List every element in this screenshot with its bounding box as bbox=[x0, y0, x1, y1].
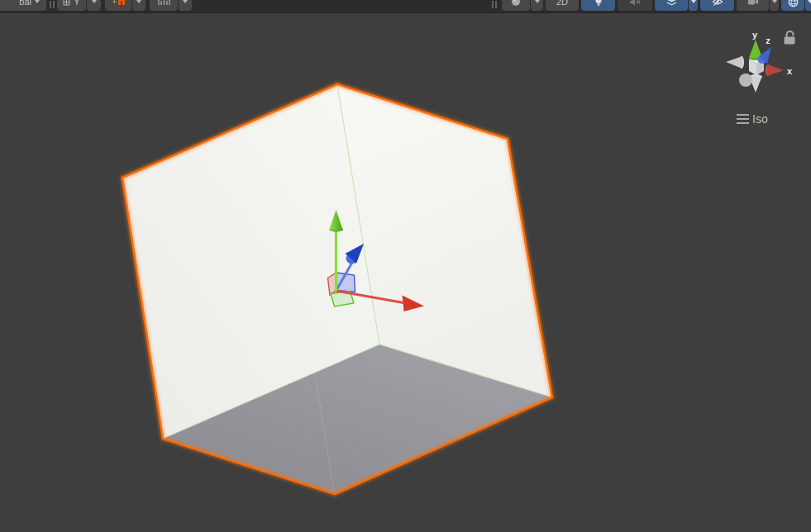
audio-toggle[interactable] bbox=[618, 0, 652, 11]
scene-viewport[interactable]: y z x bbox=[0, 0, 811, 532]
grid-snap-toggle[interactable] bbox=[105, 0, 131, 11]
caret-down-icon bbox=[691, 0, 696, 3]
caret-down-icon bbox=[92, 0, 97, 3]
grid-axis-label: Y bbox=[74, 0, 79, 11]
menu-icon bbox=[737, 114, 749, 124]
draw-mode-button[interactable] bbox=[502, 0, 530, 11]
camera-icon bbox=[747, 0, 759, 6]
handle-orientation-dropdown[interactable]: bal bbox=[0, 0, 46, 11]
caret-down-icon bbox=[136, 0, 141, 3]
caret-down-icon bbox=[772, 0, 777, 3]
orientation-label: bal bbox=[19, 0, 31, 11]
grid-plane-icon bbox=[63, 0, 70, 6]
speaker-muted-icon bbox=[629, 0, 641, 7]
caret-down-icon bbox=[35, 0, 40, 3]
lightbulb-icon bbox=[594, 0, 603, 7]
snap-increment-button[interactable] bbox=[150, 0, 178, 11]
gizmo-label-y[interactable]: y bbox=[752, 30, 758, 40]
draw-mode-dropdown[interactable] bbox=[531, 0, 543, 11]
projection-toggle[interactable]: Iso bbox=[737, 112, 768, 126]
scene-visibility-toggle[interactable] bbox=[700, 0, 734, 11]
scene-toolbar: bal Y bbox=[0, 0, 811, 13]
camera-settings-button[interactable] bbox=[737, 0, 769, 11]
2d-mode-button[interactable]: 2D bbox=[546, 0, 579, 11]
effects-toggle[interactable] bbox=[655, 0, 688, 11]
projection-label: Iso bbox=[752, 112, 768, 126]
scene-view-window: y z x Iso bal Y bbox=[0, 0, 811, 532]
camera-settings-dropdown[interactable] bbox=[770, 0, 779, 11]
overlay-handle-icon[interactable] bbox=[492, 1, 497, 8]
gizmo-ball-negz[interactable] bbox=[739, 74, 752, 87]
snap-magnet-icon bbox=[118, 0, 125, 5]
overlay-handle-icon[interactable] bbox=[50, 1, 55, 8]
gizmo-label-z[interactable]: z bbox=[766, 36, 770, 45]
gizmos-dropdown[interactable] bbox=[805, 0, 811, 11]
eye-slash-icon bbox=[712, 0, 723, 7]
grid-axis-button[interactable]: Y bbox=[57, 0, 86, 11]
effects-dropdown[interactable] bbox=[689, 0, 698, 11]
effects-stack-icon bbox=[666, 0, 677, 7]
grid-plane-icon bbox=[112, 0, 117, 3]
snap-increment-dropdown[interactable] bbox=[179, 0, 192, 11]
gizmos-toggle[interactable] bbox=[781, 0, 804, 11]
shaded-sphere-icon bbox=[511, 0, 521, 7]
caret-down-icon bbox=[535, 0, 540, 3]
2d-mode-label: 2D bbox=[556, 0, 568, 11]
gizmo-label-x[interactable]: x bbox=[787, 66, 793, 76]
caret-down-icon bbox=[183, 0, 188, 3]
scene-lighting-toggle[interactable] bbox=[581, 0, 615, 11]
snap-increment-icon bbox=[158, 0, 170, 6]
caret-down-icon bbox=[808, 0, 811, 3]
grid-snap-dropdown[interactable] bbox=[132, 0, 146, 11]
globe-gizmos-icon bbox=[788, 0, 799, 7]
grid-axis-dropdown[interactable] bbox=[87, 0, 101, 11]
